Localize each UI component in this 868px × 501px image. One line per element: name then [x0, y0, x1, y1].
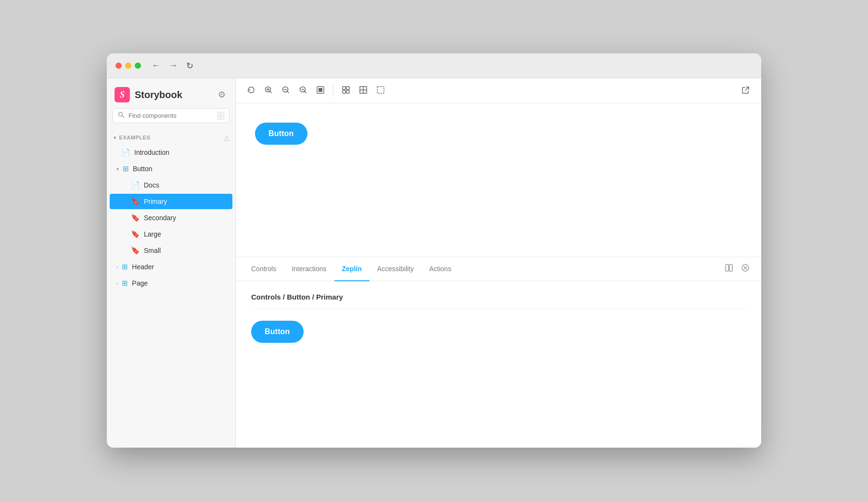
tabs-spacer [459, 257, 721, 281]
sidebar-item-introduction[interactable]: 📄 Introduction [110, 145, 232, 160]
maximize-button[interactable] [135, 63, 141, 69]
zeplin-panel: Controls / Button / Primary Button [236, 281, 761, 448]
svg-rect-16 [346, 90, 349, 93]
sidebar-item-primary[interactable]: 🔖 Primary [110, 194, 232, 209]
zoom-out-button[interactable] [278, 83, 294, 98]
preview-button[interactable]: Button [255, 123, 307, 145]
sidebar-header: S Storybook ⚙ [107, 78, 235, 108]
sidebar-item-secondary[interactable]: 🔖 Secondary [110, 210, 232, 225]
chevron-down-icon: ▾ [116, 166, 119, 172]
search-container: / [107, 108, 235, 131]
svg-rect-13 [343, 87, 345, 89]
tab-interactions[interactable]: Interactions [284, 257, 334, 281]
svg-line-21 [745, 87, 749, 90]
refresh-button[interactable]: ↻ [184, 60, 195, 72]
storybook-logo-icon: S [115, 87, 130, 102]
tab-panel-toggle-button[interactable] [721, 263, 737, 275]
section-chevron-down-icon: ▾ [114, 135, 116, 140]
tabs-bar: Controls Interactions Zeplin Accessibili… [236, 257, 761, 281]
bookmark-icon: 🔖 [131, 230, 140, 238]
logo-letter: S [120, 90, 125, 100]
chevron-right-icon: › [116, 281, 118, 286]
sidebar-item-large[interactable]: 🔖 Large [110, 226, 232, 242]
sidebar-item-button-group[interactable]: ▾ ⊞ Button [110, 161, 232, 176]
background-button[interactable] [338, 83, 354, 98]
zeplin-breadcrumb: Controls / Button / Primary [251, 293, 746, 309]
chevron-right-icon: › [116, 264, 118, 270]
component-icon: ⊞ [123, 164, 129, 173]
settings-button[interactable]: ⚙ [216, 88, 228, 102]
bookmark-icon: 🔖 [131, 213, 140, 222]
forward-button[interactable]: → [167, 60, 179, 72]
zoom-in-button[interactable] [261, 83, 276, 98]
open-new-tab-button[interactable] [738, 83, 753, 98]
zoom-reset-button[interactable] [295, 83, 311, 98]
search-input[interactable] [128, 112, 213, 119]
section-pin-icon: △ [224, 134, 230, 141]
svg-rect-20 [377, 87, 384, 93]
component-icon: ⊞ [122, 279, 128, 288]
svg-line-1 [122, 116, 124, 118]
titlebar: ← → ↻ [107, 53, 761, 78]
svg-rect-14 [346, 87, 349, 89]
search-icon [118, 112, 125, 120]
app-window: ← → ↻ S Storybook ⚙ [107, 53, 761, 448]
app-name: Storybook [135, 89, 182, 100]
bookmark-icon: 🔖 [131, 197, 140, 206]
toolbar [236, 78, 761, 103]
sidebar-item-header-group[interactable]: › ⊞ Header [110, 259, 232, 275]
logo-area: S Storybook [115, 87, 182, 102]
section-examples-header[interactable]: ▾ EXAMPLES △ [107, 131, 235, 144]
toolbar-divider [333, 85, 333, 97]
sidebar-item-small[interactable]: 🔖 Small [110, 243, 232, 258]
tab-zeplin[interactable]: Zeplin [334, 257, 370, 281]
svg-rect-15 [343, 90, 345, 93]
minimize-button[interactable] [125, 63, 131, 69]
tab-controls[interactable]: Controls [243, 257, 284, 281]
zeplin-preview-area: Button [251, 321, 746, 343]
tab-actions[interactable]: Actions [421, 257, 459, 281]
reload-button[interactable] [243, 83, 259, 98]
component-icon: ⊞ [122, 263, 128, 271]
section-examples-label: ▾ EXAMPLES [114, 135, 150, 140]
single-story-button[interactable] [313, 83, 328, 98]
zeplin-preview-button[interactable]: Button [251, 321, 304, 343]
preview-area: Button [236, 103, 761, 257]
svg-rect-22 [726, 264, 728, 271]
main-layout: S Storybook ⚙ / [107, 78, 761, 448]
close-button[interactable] [115, 63, 122, 69]
traffic-lights [115, 63, 141, 69]
close-panel-button[interactable] [737, 263, 753, 275]
content-area: Button Controls Interactions Zeplin Acce… [236, 78, 761, 448]
doc-icon: 📄 [131, 181, 140, 189]
sidebar-item-docs[interactable]: 📄 Docs [110, 177, 232, 193]
svg-rect-23 [729, 264, 732, 271]
sidebar-item-page-group[interactable]: › ⊞ Page [110, 276, 232, 291]
bookmark-icon: 🔖 [131, 246, 140, 255]
sidebar: S Storybook ⚙ / [107, 78, 236, 448]
tab-accessibility[interactable]: Accessibility [370, 257, 421, 281]
doc-icon: 📄 [121, 148, 130, 157]
svg-rect-12 [319, 88, 322, 92]
outline-button[interactable] [373, 83, 388, 98]
search-wrap[interactable]: / [113, 108, 230, 123]
grid-button[interactable] [356, 83, 371, 98]
back-button[interactable]: ← [150, 60, 162, 72]
search-shortcut: / [217, 112, 224, 120]
